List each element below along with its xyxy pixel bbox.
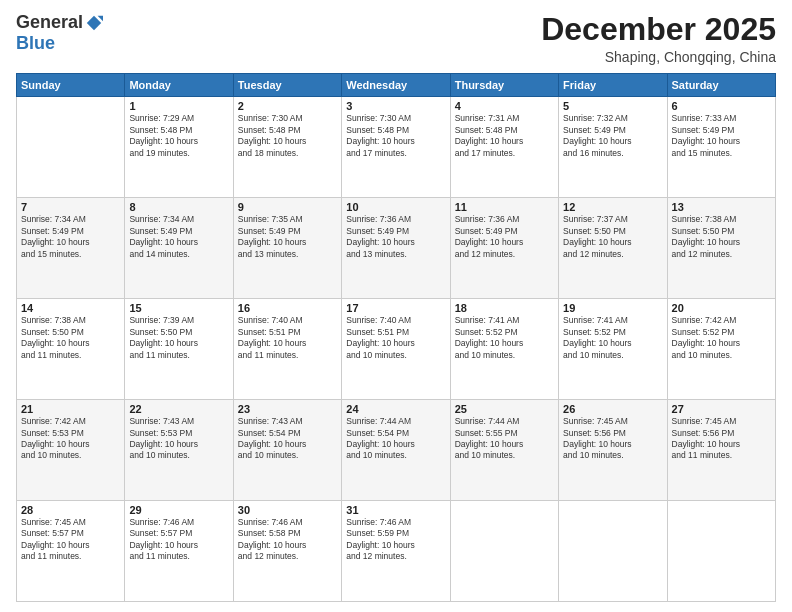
calendar-cell: 16Sunrise: 7:40 AM Sunset: 5:51 PM Dayli… [233, 299, 341, 400]
calendar-cell: 28Sunrise: 7:45 AM Sunset: 5:57 PM Dayli… [17, 501, 125, 602]
day-info: Sunrise: 7:31 AM Sunset: 5:48 PM Dayligh… [455, 113, 554, 159]
day-info: Sunrise: 7:46 AM Sunset: 5:58 PM Dayligh… [238, 517, 337, 563]
page: General Blue December 2025 Shaping, Chon… [0, 0, 792, 612]
day-number: 17 [346, 302, 445, 314]
day-info: Sunrise: 7:42 AM Sunset: 5:53 PM Dayligh… [21, 416, 120, 462]
calendar-cell: 4Sunrise: 7:31 AM Sunset: 5:48 PM Daylig… [450, 97, 558, 198]
day-info: Sunrise: 7:30 AM Sunset: 5:48 PM Dayligh… [238, 113, 337, 159]
calendar-cell: 8Sunrise: 7:34 AM Sunset: 5:49 PM Daylig… [125, 198, 233, 299]
day-info: Sunrise: 7:40 AM Sunset: 5:51 PM Dayligh… [346, 315, 445, 361]
day-number: 23 [238, 403, 337, 415]
calendar-header: SundayMondayTuesdayWednesdayThursdayFrid… [17, 74, 776, 97]
calendar-week-4: 21Sunrise: 7:42 AM Sunset: 5:53 PM Dayli… [17, 400, 776, 501]
day-number: 15 [129, 302, 228, 314]
weekday-header-wednesday: Wednesday [342, 74, 450, 97]
day-number: 26 [563, 403, 662, 415]
weekday-header-thursday: Thursday [450, 74, 558, 97]
day-number: 28 [21, 504, 120, 516]
day-number: 13 [672, 201, 771, 213]
weekday-header-friday: Friday [559, 74, 667, 97]
calendar-cell: 26Sunrise: 7:45 AM Sunset: 5:56 PM Dayli… [559, 400, 667, 501]
day-info: Sunrise: 7:38 AM Sunset: 5:50 PM Dayligh… [672, 214, 771, 260]
day-info: Sunrise: 7:43 AM Sunset: 5:53 PM Dayligh… [129, 416, 228, 462]
day-info: Sunrise: 7:38 AM Sunset: 5:50 PM Dayligh… [21, 315, 120, 361]
day-number: 8 [129, 201, 228, 213]
day-number: 16 [238, 302, 337, 314]
weekday-header-saturday: Saturday [667, 74, 775, 97]
calendar-cell: 17Sunrise: 7:40 AM Sunset: 5:51 PM Dayli… [342, 299, 450, 400]
calendar-cell: 11Sunrise: 7:36 AM Sunset: 5:49 PM Dayli… [450, 198, 558, 299]
calendar-cell [17, 97, 125, 198]
calendar-cell: 31Sunrise: 7:46 AM Sunset: 5:59 PM Dayli… [342, 501, 450, 602]
day-number: 10 [346, 201, 445, 213]
day-number: 9 [238, 201, 337, 213]
day-info: Sunrise: 7:29 AM Sunset: 5:48 PM Dayligh… [129, 113, 228, 159]
day-number: 11 [455, 201, 554, 213]
calendar-cell: 22Sunrise: 7:43 AM Sunset: 5:53 PM Dayli… [125, 400, 233, 501]
svg-marker-0 [87, 15, 101, 29]
logo: General Blue [16, 12, 103, 54]
calendar-body: 1Sunrise: 7:29 AM Sunset: 5:48 PM Daylig… [17, 97, 776, 602]
calendar-cell: 2Sunrise: 7:30 AM Sunset: 5:48 PM Daylig… [233, 97, 341, 198]
day-info: Sunrise: 7:45 AM Sunset: 5:56 PM Dayligh… [563, 416, 662, 462]
calendar-week-5: 28Sunrise: 7:45 AM Sunset: 5:57 PM Dayli… [17, 501, 776, 602]
calendar: SundayMondayTuesdayWednesdayThursdayFrid… [16, 73, 776, 602]
calendar-cell: 3Sunrise: 7:30 AM Sunset: 5:48 PM Daylig… [342, 97, 450, 198]
weekday-header-monday: Monday [125, 74, 233, 97]
day-number: 25 [455, 403, 554, 415]
day-info: Sunrise: 7:35 AM Sunset: 5:49 PM Dayligh… [238, 214, 337, 260]
calendar-cell: 13Sunrise: 7:38 AM Sunset: 5:50 PM Dayli… [667, 198, 775, 299]
day-info: Sunrise: 7:44 AM Sunset: 5:55 PM Dayligh… [455, 416, 554, 462]
day-info: Sunrise: 7:34 AM Sunset: 5:49 PM Dayligh… [21, 214, 120, 260]
calendar-cell [450, 501, 558, 602]
day-number: 3 [346, 100, 445, 112]
day-number: 21 [21, 403, 120, 415]
calendar-cell: 30Sunrise: 7:46 AM Sunset: 5:58 PM Dayli… [233, 501, 341, 602]
calendar-cell: 25Sunrise: 7:44 AM Sunset: 5:55 PM Dayli… [450, 400, 558, 501]
day-number: 30 [238, 504, 337, 516]
day-number: 22 [129, 403, 228, 415]
day-info: Sunrise: 7:37 AM Sunset: 5:50 PM Dayligh… [563, 214, 662, 260]
day-info: Sunrise: 7:40 AM Sunset: 5:51 PM Dayligh… [238, 315, 337, 361]
calendar-cell [667, 501, 775, 602]
calendar-cell: 24Sunrise: 7:44 AM Sunset: 5:54 PM Dayli… [342, 400, 450, 501]
day-info: Sunrise: 7:45 AM Sunset: 5:56 PM Dayligh… [672, 416, 771, 462]
calendar-cell: 12Sunrise: 7:37 AM Sunset: 5:50 PM Dayli… [559, 198, 667, 299]
header: General Blue December 2025 Shaping, Chon… [16, 12, 776, 65]
day-info: Sunrise: 7:43 AM Sunset: 5:54 PM Dayligh… [238, 416, 337, 462]
calendar-week-1: 1Sunrise: 7:29 AM Sunset: 5:48 PM Daylig… [17, 97, 776, 198]
weekday-row: SundayMondayTuesdayWednesdayThursdayFrid… [17, 74, 776, 97]
day-info: Sunrise: 7:42 AM Sunset: 5:52 PM Dayligh… [672, 315, 771, 361]
day-number: 18 [455, 302, 554, 314]
day-number: 5 [563, 100, 662, 112]
day-number: 2 [238, 100, 337, 112]
day-info: Sunrise: 7:34 AM Sunset: 5:49 PM Dayligh… [129, 214, 228, 260]
calendar-cell: 21Sunrise: 7:42 AM Sunset: 5:53 PM Dayli… [17, 400, 125, 501]
calendar-cell: 19Sunrise: 7:41 AM Sunset: 5:52 PM Dayli… [559, 299, 667, 400]
logo-icon [85, 14, 103, 32]
calendar-cell: 10Sunrise: 7:36 AM Sunset: 5:49 PM Dayli… [342, 198, 450, 299]
day-number: 7 [21, 201, 120, 213]
calendar-cell: 29Sunrise: 7:46 AM Sunset: 5:57 PM Dayli… [125, 501, 233, 602]
day-number: 12 [563, 201, 662, 213]
day-info: Sunrise: 7:46 AM Sunset: 5:59 PM Dayligh… [346, 517, 445, 563]
day-info: Sunrise: 7:39 AM Sunset: 5:50 PM Dayligh… [129, 315, 228, 361]
day-info: Sunrise: 7:36 AM Sunset: 5:49 PM Dayligh… [455, 214, 554, 260]
title-block: December 2025 Shaping, Chongqing, China [541, 12, 776, 65]
calendar-cell: 14Sunrise: 7:38 AM Sunset: 5:50 PM Dayli… [17, 299, 125, 400]
weekday-header-sunday: Sunday [17, 74, 125, 97]
day-info: Sunrise: 7:36 AM Sunset: 5:49 PM Dayligh… [346, 214, 445, 260]
day-info: Sunrise: 7:41 AM Sunset: 5:52 PM Dayligh… [563, 315, 662, 361]
day-number: 20 [672, 302, 771, 314]
day-number: 29 [129, 504, 228, 516]
calendar-week-2: 7Sunrise: 7:34 AM Sunset: 5:49 PM Daylig… [17, 198, 776, 299]
calendar-cell [559, 501, 667, 602]
location: Shaping, Chongqing, China [541, 49, 776, 65]
day-number: 27 [672, 403, 771, 415]
day-number: 19 [563, 302, 662, 314]
day-number: 6 [672, 100, 771, 112]
month-title: December 2025 [541, 12, 776, 47]
day-number: 4 [455, 100, 554, 112]
day-info: Sunrise: 7:41 AM Sunset: 5:52 PM Dayligh… [455, 315, 554, 361]
day-info: Sunrise: 7:45 AM Sunset: 5:57 PM Dayligh… [21, 517, 120, 563]
